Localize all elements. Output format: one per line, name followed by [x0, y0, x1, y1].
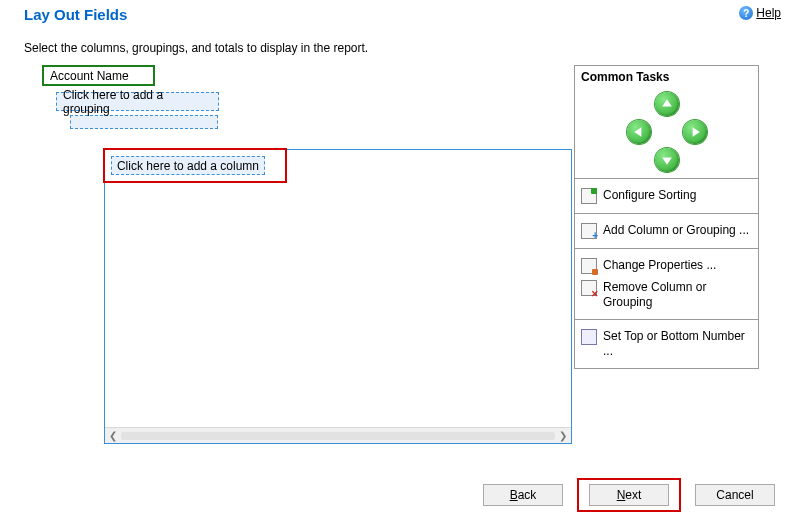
add-column-placeholder[interactable]: Click here to add a column — [111, 156, 265, 175]
task-remove-column-grouping[interactable]: Remove Column or Grouping — [581, 277, 752, 313]
horizontal-scrollbar[interactable]: ❮ ❯ — [105, 427, 571, 443]
next-button[interactable]: Next — [589, 484, 669, 506]
grouping-field-account-name[interactable]: Account Name — [42, 65, 155, 86]
instructions-text: Select the columns, groupings, and total… — [0, 23, 793, 65]
columns-frame: Click here to add a column ❮ ❯ — [104, 149, 572, 444]
task-add-column-grouping[interactable]: Add Column or Grouping ... — [581, 220, 752, 242]
task-label: Configure Sorting — [603, 188, 752, 203]
help-label: Help — [756, 6, 781, 20]
next-button-highlight: Next — [577, 478, 681, 512]
add-grouping-placeholder[interactable]: Click here to add a grouping — [56, 92, 219, 111]
page-title: Lay Out Fields — [24, 6, 127, 23]
properties-icon — [581, 258, 597, 274]
sort-icon — [581, 188, 597, 204]
common-tasks-panel: Common Tasks Configure Sorting — [574, 65, 759, 369]
back-label-rest: ack — [518, 488, 537, 502]
move-up-button[interactable] — [655, 92, 679, 116]
move-right-button[interactable] — [683, 120, 707, 144]
scroll-left-icon[interactable]: ❮ — [109, 430, 117, 441]
task-configure-sorting[interactable]: Configure Sorting — [581, 185, 752, 207]
task-change-properties[interactable]: Change Properties ... — [581, 255, 752, 277]
reorder-arrow-pad — [575, 88, 758, 178]
wizard-footer: Back Next Cancel — [483, 478, 775, 512]
add-column-highlight: Click here to add a column — [103, 148, 287, 183]
common-tasks-title: Common Tasks — [575, 66, 758, 88]
add-icon — [581, 223, 597, 239]
move-left-button[interactable] — [627, 120, 651, 144]
arrow-down-icon — [661, 154, 673, 166]
empty-grouping-placeholder[interactable] — [70, 115, 218, 129]
task-set-top-bottom[interactable]: Set Top or Bottom Number ... — [581, 326, 752, 362]
next-label-rest: ext — [625, 488, 641, 502]
arrow-up-icon — [661, 98, 673, 110]
top-bottom-icon — [581, 329, 597, 345]
scroll-right-icon[interactable]: ❯ — [559, 430, 567, 441]
layout-canvas: Account Name Click here to add a groupin… — [24, 65, 554, 369]
arrow-left-icon — [633, 126, 645, 138]
move-down-button[interactable] — [655, 148, 679, 172]
task-label: Add Column or Grouping ... — [603, 223, 752, 238]
scroll-thumb[interactable] — [121, 432, 555, 440]
task-label: Set Top or Bottom Number ... — [603, 329, 752, 359]
task-label: Change Properties ... — [603, 258, 752, 273]
remove-icon — [581, 280, 597, 296]
back-button[interactable]: Back — [483, 484, 563, 506]
arrow-right-icon — [689, 126, 701, 138]
help-icon: ? — [739, 6, 753, 20]
task-label: Remove Column or Grouping — [603, 280, 752, 310]
help-link[interactable]: ? Help — [739, 6, 781, 20]
cancel-button[interactable]: Cancel — [695, 484, 775, 506]
